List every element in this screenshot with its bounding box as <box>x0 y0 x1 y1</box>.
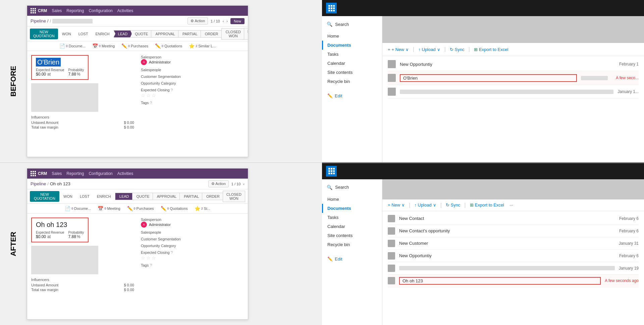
tab-lost[interactable]: LOST <box>75 31 92 37</box>
doc-item-quotations-after[interactable]: ✏️0Quotations <box>161 206 188 211</box>
tab-enrich[interactable]: ENRICH <box>92 31 113 37</box>
pipeline-tab-more[interactable]: MORE ▾ <box>244 28 248 40</box>
export-excel-before[interactable]: ⊞Export to Excel <box>474 47 508 52</box>
export-excel-after[interactable]: ⊞Export to Excel <box>470 202 504 207</box>
pipeline-tab-lead-after[interactable]: LEAD <box>115 193 133 200</box>
sp-list-item-after-4[interactable]: New Opportuntiy February 6 <box>388 250 639 262</box>
pipeline-tab-order[interactable]: ORDER <box>201 30 223 38</box>
doc-item-documents-after[interactable]: 📄0Docume... <box>65 206 91 211</box>
pipeline-tab-closed-won-after[interactable]: CLOSED WON <box>223 191 245 202</box>
nav-calendar-after[interactable]: Calendar <box>322 222 382 231</box>
tab-lost-after[interactable]: LOST <box>76 193 93 200</box>
sync-button-after[interactable]: ↻ Sync <box>446 202 461 207</box>
doc-item-meeting[interactable]: 📅0Meeting <box>92 43 115 49</box>
next-arrow[interactable]: › <box>226 19 228 23</box>
nav-calendar-before[interactable]: Calendar <box>322 59 382 68</box>
edit-link-before[interactable]: ✏️ Edit <box>322 91 382 100</box>
pipeline-tab-partial-after[interactable]: PARTIAL <box>179 193 203 200</box>
doc-item-purchases-after[interactable]: ✏️0Purchases <box>127 206 154 211</box>
nav-tasks-after[interactable]: Tasks <box>322 213 382 222</box>
sp-app-icon-after[interactable] <box>326 166 337 177</box>
prev-arrow-after[interactable]: ‹ <box>243 182 245 186</box>
nav-count-after: 1 / 10 <box>231 182 241 186</box>
doc-item-similar-after[interactable]: ⭐2Si... <box>195 206 210 211</box>
tab-new-quotation-after[interactable]: NEW QUOTATION <box>30 191 59 202</box>
nav-tasks-before[interactable]: Tasks <box>322 50 382 59</box>
tab-new-quotation[interactable]: NEW QUOTATION <box>30 29 58 39</box>
prev-arrow[interactable]: ‹ <box>223 19 224 23</box>
nav-documents-before[interactable]: Documents <box>322 41 382 50</box>
opportunity-name[interactable]: O'Brien <box>36 58 61 66</box>
tab-won[interactable]: WON <box>59 31 74 37</box>
upload-button-after[interactable]: ↑ Upload∨ <box>414 202 436 207</box>
nav-home-after[interactable]: Home <box>322 195 382 204</box>
before-label: BEFORE <box>9 66 18 97</box>
sp-list-item-after-1[interactable]: New Contact February 6 <box>388 213 639 225</box>
file-icon-3 <box>388 88 396 96</box>
pipeline-tab-partial[interactable]: PARTIAL <box>178 30 202 38</box>
nav-sales-after[interactable]: Sales <box>52 171 62 176</box>
doc-item-meeting-after[interactable]: 📅0Meeting <box>98 206 120 211</box>
probability-value: 7.88 <box>68 72 76 77</box>
pipeline-tab-quote[interactable]: QUOTE <box>130 30 152 38</box>
pipeline-tab-approval[interactable]: APPROVAL <box>151 30 179 38</box>
doc-item-similar[interactable]: ⭐2Similar L... <box>189 43 216 49</box>
item-date-3: January 1... <box>618 89 639 94</box>
tab-won-after[interactable]: WON <box>60 193 76 200</box>
crm-after-panel: CRM Sales Reporting Configuration Activi… <box>27 168 248 320</box>
tab-enrich-after[interactable]: ENRICH <box>94 193 114 200</box>
sp-list-item-after-6[interactable]: Oh oh 123 A few seconds ago <box>388 275 639 287</box>
sp-list-item-1[interactable]: New Opportuntiy February 1 <box>388 57 639 71</box>
pipeline-tab-approval-after[interactable]: APPROVAL <box>153 193 181 200</box>
action-button[interactable]: ⚙ Action <box>187 17 208 25</box>
nav-sales[interactable]: Sales <box>52 8 62 13</box>
nav-home-before[interactable]: Home <box>322 32 382 41</box>
probability-label: Probability <box>68 68 84 72</box>
breadcrumb-pipeline: Pipeline / <box>31 18 48 24</box>
edit-link-after[interactable]: ✏️ Edit <box>322 254 382 264</box>
nav-configuration-after[interactable]: Configuration <box>89 171 112 176</box>
pipeline-tab-quote-after[interactable]: QUOTE <box>132 193 154 200</box>
name-box: O'Brien Expected Revenue $0.00 at <box>31 55 89 80</box>
new-button-before-sp[interactable]: ++ New∨ <box>388 47 409 52</box>
action-button-after[interactable]: ⚙ Action <box>208 180 229 187</box>
revenue-value: $0.00 <box>36 72 46 77</box>
sync-button-before[interactable]: ↻Sync <box>450 47 465 52</box>
salesperson-label: Salesperson <box>141 55 244 59</box>
doc-item-quotations[interactable]: ✏️0Quotations <box>155 43 182 49</box>
pipeline-tab-lead[interactable]: LEAD <box>114 30 132 38</box>
nav-activities-after[interactable]: Activities <box>117 171 133 176</box>
sharepoint-before: 🔍 Search Home Documents Tasks Calendar S… <box>322 0 644 163</box>
sp-list-item-2[interactable]: O'Brien A few seco... <box>388 71 639 85</box>
pipeline-tab-order-after[interactable]: ORDER <box>202 193 224 200</box>
new-button[interactable]: New <box>230 18 245 24</box>
nav-reporting-after[interactable]: Reporting <box>66 171 84 176</box>
nav-site-contents-after[interactable]: Site contents <box>322 231 382 240</box>
sp-list-item-after-2[interactable]: New Contact's opportunity February 6 <box>388 225 639 237</box>
nav-reporting[interactable]: Reporting <box>66 8 84 13</box>
search-text-after[interactable]: Search <box>335 185 349 190</box>
upload-button-before[interactable]: ↑Upload∨ <box>418 47 440 52</box>
doc-item-purchases[interactable]: ✏️0Purchases <box>121 43 148 49</box>
opportunity-name-after[interactable]: Oh oh 123 <box>36 221 67 228</box>
sp-app-icon[interactable] <box>326 3 337 13</box>
nav-site-contents-before[interactable]: Site contents <box>322 68 382 77</box>
more-options-after[interactable]: ··· <box>509 202 513 207</box>
doc-item-documents[interactable]: 📄0Docume... <box>59 43 86 49</box>
sp-list-item-after-3[interactable]: New Customer January 31 <box>388 237 639 250</box>
probability-value-after: 7.88 <box>68 234 76 239</box>
nav-configuration[interactable]: Configuration <box>89 8 112 13</box>
nav-documents-after[interactable]: Documents <box>322 204 382 213</box>
search-text-before[interactable]: Search <box>335 22 349 27</box>
breadcrumb-sub-after: Oh oh 123 <box>50 181 70 186</box>
new-button-after-sp[interactable]: + New∨ <box>388 202 405 207</box>
pipeline-tab-closed-won[interactable]: CLOSED WON <box>221 28 245 40</box>
item-date-2: A few seco... <box>612 76 639 80</box>
nav-recycle-after[interactable]: Recycle bin <box>322 240 382 249</box>
tags-label: Tags <box>141 101 149 105</box>
sp-list-item-after-5[interactable]: January 19 <box>388 262 639 275</box>
nav-recycle-before[interactable]: Recycle bin <box>322 77 382 86</box>
crm-logo: CRM <box>38 8 47 13</box>
nav-activities[interactable]: Activities <box>117 8 133 13</box>
sp-list-item-3[interactable]: January 1... <box>388 85 639 99</box>
